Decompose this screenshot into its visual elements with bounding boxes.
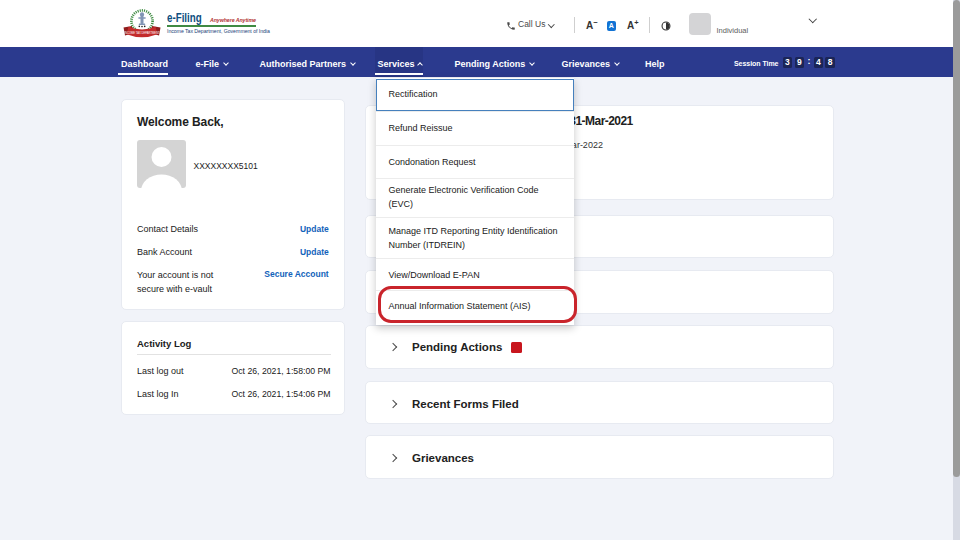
svg-text:INCOME TAX DEPARTMENT: INCOME TAX DEPARTMENT	[124, 30, 160, 34]
